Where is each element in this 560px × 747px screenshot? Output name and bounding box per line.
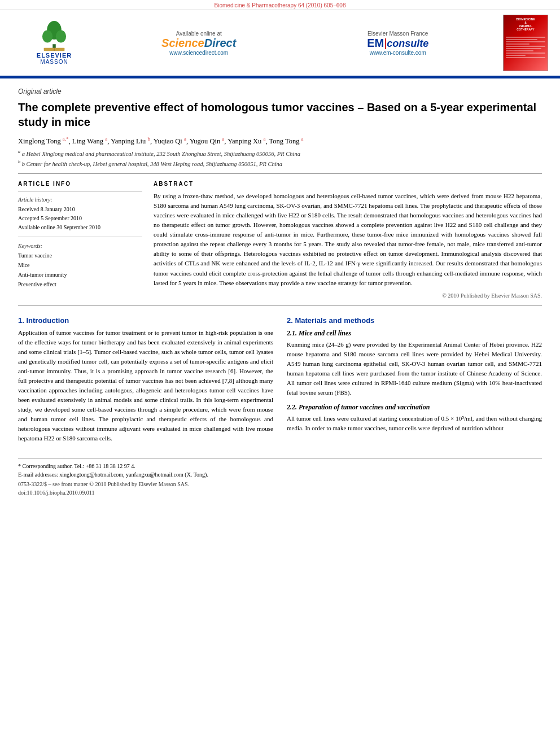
info-abstract-section: ARTICLE INFO Article history: Received 8… — [18, 181, 542, 298]
email-footnote: E-mail addresses: xinglongtong@hotmail.c… — [18, 470, 542, 479]
em-consulte-area: Elsevier Masson France EM|consulte www.e… — [299, 30, 498, 56]
sciencedirect-url: www.sciencedirect.com — [99, 50, 299, 56]
affiliation-b: b b Center for health check-up, Hebei ge… — [18, 159, 542, 167]
article-title: The complete preventive effect of homolo… — [18, 100, 542, 129]
svg-point-3 — [56, 30, 66, 43]
keywords-label: Keywords: — [18, 243, 142, 249]
em-consulte-logo: EM|consulte — [299, 37, 498, 50]
svg-point-2 — [42, 30, 53, 43]
elsevier-text: ELSEVIER — [37, 52, 72, 59]
keywords-divider — [18, 237, 142, 237]
mice-cell-lines-text: Kunming mice (24–26 g) were provided by … — [287, 340, 542, 397]
vaccines-text: All tumor cell lines were cultured at st… — [287, 414, 542, 433]
body-section: 1. Introduction Application of tumor vac… — [18, 316, 542, 449]
keyword-2: Mice — [18, 260, 142, 270]
doi-line: doi:10.1016/j.biopha.2010.09.011 — [18, 490, 542, 496]
methods-col: 2. Materials and methods 2.1. Mice and c… — [287, 316, 542, 449]
elsevier-tree-icon — [34, 21, 74, 52]
body-divider — [18, 305, 542, 306]
abstract-text: By using a frozen-thaw method, we develo… — [154, 191, 542, 287]
abstract-heading: ABSTRACT — [154, 181, 542, 187]
journal-title: Biomedicine & Pharmacotherapy 64 (2010) … — [215, 2, 346, 8]
section-divider — [18, 173, 542, 174]
keyword-1: Tumor vaccine — [18, 251, 142, 260]
keyword-3: Anti-tumor immunity — [18, 270, 142, 279]
available-online-label: Available online at — [99, 30, 299, 37]
corresponding-footnote: * Corresponding author. Tel.: +86 31 18 … — [18, 462, 542, 470]
info-divider — [18, 191, 142, 192]
intro-section-title: 1. Introduction — [18, 316, 273, 325]
main-content: Original article The complete preventive… — [0, 78, 560, 507]
copyright-line: © 2010 Published by Elsevier Masson SAS. — [154, 292, 542, 299]
em-france-label: Elsevier Masson France — [299, 30, 498, 37]
footnote-section: * Corresponding author. Tel.: +86 31 18 … — [18, 458, 542, 496]
keywords-section: Keywords: Tumor vaccine Mice Anti-tumor … — [18, 243, 142, 289]
received-date: Received 8 January 2010 — [18, 205, 142, 214]
article-info-heading: ARTICLE INFO — [18, 181, 142, 187]
subsection-vaccines-title: 2.2. Preparation of tumor vaccines and v… — [287, 403, 542, 412]
sciencedirect-area: Available online at ScienceDirect www.sc… — [99, 30, 299, 56]
subsection-mice-title: 2.1. Mice and cell lines — [287, 329, 542, 338]
abstract-col: ABSTRACT By using a frozen-thaw method, … — [154, 181, 542, 298]
authors-line: Xinglong Tong a,*, Ling Wang a, Yanping … — [18, 136, 542, 146]
methods-section-title: 2. Materials and methods — [287, 316, 542, 325]
elsevier-logo-area: ELSEVIER MASSON — [9, 21, 99, 65]
article-type: Original article — [18, 88, 542, 95]
sciencedirect-logo: ScienceDirect — [99, 37, 299, 50]
accepted-date: Accepted 5 September 2010 — [18, 214, 142, 223]
journal-reference: Biomedicine & Pharmacotherapy 64 (2010) … — [0, 0, 560, 10]
intro-col: 1. Introduction Application of tumor vac… — [18, 316, 273, 449]
affiliation-a: a a Hebei Xinglong medical and pharmaceu… — [18, 149, 542, 157]
masson-text: MASSON — [40, 59, 68, 65]
available-date: Available online 30 September 2010 — [18, 223, 142, 232]
em-url: www.em-consulte.com — [299, 50, 498, 56]
page-header: ELSEVIER MASSON Available online at Scie… — [0, 10, 560, 77]
intro-text: Application of tumor vaccines for tumor … — [18, 328, 273, 444]
keyword-4: Preventive effect — [18, 279, 142, 289]
journal-cover: BIOMEDICINE&PHARMA-COTHERAPY — [503, 15, 551, 71]
article-info-col: ARTICLE INFO Article history: Received 8… — [18, 181, 142, 298]
history-label: Article history: — [18, 196, 142, 203]
issn-line: 0753-3322/$ – see front matter © 2010 Pu… — [18, 481, 542, 487]
